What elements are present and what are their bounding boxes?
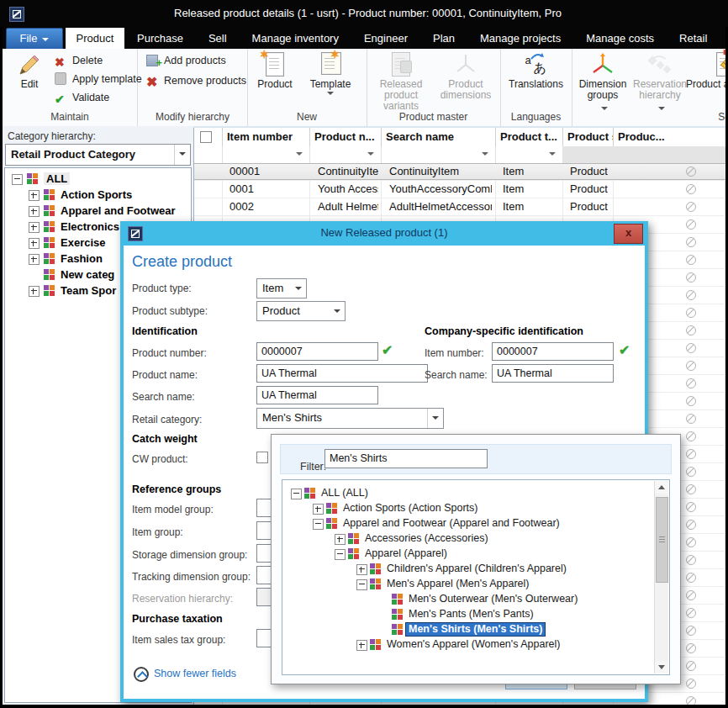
expand-box-icon[interactable] bbox=[356, 640, 367, 651]
category-hierarchy-select[interactable]: Retail Product Category bbox=[5, 144, 191, 166]
collapse-box-icon[interactable] bbox=[356, 579, 367, 590]
product-name-field[interactable]: UA Thermal bbox=[256, 364, 428, 383]
tab-manage-costs[interactable]: Manage costs bbox=[573, 28, 667, 49]
tree-item-action-sports[interactable]: Action Sports (Action Sports) bbox=[284, 501, 652, 516]
tab-sell[interactable]: Sell bbox=[196, 28, 240, 49]
delete-button[interactable]: ✖Delete bbox=[55, 52, 103, 69]
cw-product-checkbox[interactable] bbox=[256, 452, 268, 463]
tree-item-accessories[interactable]: Accessories (Accessories) bbox=[284, 531, 652, 547]
category-icon bbox=[370, 639, 381, 650]
cell-product-subtype: Product bbox=[570, 200, 608, 213]
grid-filter-row bbox=[194, 146, 725, 164]
filter-dropdown-icon[interactable] bbox=[367, 152, 374, 156]
tree-item-all[interactable]: ALL bbox=[5, 171, 191, 187]
filter-dropdown-icon[interactable] bbox=[296, 152, 303, 156]
tree-item-mens-shirts-selected[interactable]: Men's Shirts (Men's Shirts) bbox=[284, 622, 652, 637]
filter-input[interactable]: Men's Shirts bbox=[324, 449, 488, 468]
collapse-box-icon[interactable] bbox=[291, 489, 302, 499]
select-all-header[interactable] bbox=[194, 128, 223, 146]
header-item-number[interactable]: Item number bbox=[222, 128, 310, 146]
product-number-field[interactable]: 0000007 bbox=[256, 342, 378, 361]
chevron-down-icon[interactable] bbox=[174, 145, 190, 165]
not-available-icon bbox=[686, 255, 696, 265]
tree-item-womens-apparel[interactable]: Women's Apparel (Women's Apparel) bbox=[284, 637, 652, 653]
validate-button[interactable]: ✔Validate bbox=[55, 89, 109, 106]
product-subtype-select[interactable]: Product bbox=[256, 301, 346, 321]
application-window: Released product details (1 - usrt) - Pr… bbox=[0, 0, 728, 708]
tree-item-label: Electronics bbox=[61, 220, 119, 233]
new-template-button[interactable]: ✶ Template bbox=[303, 51, 358, 105]
tab-engineer[interactable]: Engineer bbox=[351, 28, 420, 49]
tree-item-apparel-and-footwear[interactable]: Apparel and Footwear bbox=[5, 203, 191, 219]
tree-item-mens-apparel[interactable]: Men's Apparel (Men's Apparel) bbox=[284, 577, 652, 592]
category-icon bbox=[392, 594, 403, 605]
translations-button[interactable]: a あ Translations bbox=[503, 51, 569, 105]
edit-button[interactable]: Edit bbox=[9, 51, 50, 105]
table-row[interactable]: 0002 Adult Helmet... AdultHelmetAccessor… bbox=[194, 198, 725, 216]
tree-item-all[interactable]: ALL (ALL) bbox=[284, 486, 652, 501]
header-product-subtype[interactable]: Product sub... bbox=[562, 128, 614, 146]
add-products-button[interactable]: Add products bbox=[146, 52, 226, 69]
expand-box-icon[interactable] bbox=[335, 534, 346, 545]
expand-box-icon[interactable] bbox=[356, 564, 367, 575]
close-button[interactable]: x bbox=[614, 224, 643, 244]
tab-retail[interactable]: Retail bbox=[667, 28, 720, 49]
filter-dropdown-icon[interactable] bbox=[482, 152, 488, 156]
delete-label: Delete bbox=[72, 55, 103, 66]
remove-products-button[interactable]: ✖Remove products bbox=[146, 72, 246, 89]
filter-product-name[interactable] bbox=[309, 146, 382, 163]
file-menu-button[interactable]: File bbox=[6, 28, 63, 50]
tab-general[interactable]: General bbox=[720, 28, 728, 49]
tab-manage-inventory[interactable]: Manage inventory bbox=[240, 28, 351, 49]
scroll-down-icon[interactable] bbox=[655, 661, 668, 674]
header-search-name[interactable]: Search name bbox=[381, 128, 496, 146]
filter-dropdown-icon[interactable] bbox=[549, 152, 556, 156]
tab-plan[interactable]: Plan bbox=[420, 28, 467, 49]
product-attributes-button[interactable]: ■ Product attributes bbox=[685, 51, 725, 105]
header-product-name[interactable]: Product n... bbox=[309, 128, 382, 146]
tree-item-mens-outerwear[interactable]: Men's Outerwear (Men's Outerwear) bbox=[284, 592, 652, 607]
cs-search-name-field[interactable]: UA Thermal bbox=[492, 364, 614, 383]
tree-item-childrens-apparel[interactable]: Children's Apparel (Children's Apparel) bbox=[284, 562, 652, 577]
tab-manage-projects[interactable]: Manage projects bbox=[467, 28, 573, 49]
dimension-groups-button[interactable]: Dimension groups bbox=[574, 51, 631, 105]
product-type-select[interactable]: Item bbox=[256, 278, 307, 299]
expand-box-icon[interactable] bbox=[29, 286, 40, 297]
item-number-field[interactable]: 0000007 bbox=[492, 342, 614, 361]
reservation-hierarchy-icon bbox=[647, 52, 673, 77]
filter-item-number[interactable] bbox=[222, 146, 310, 163]
header-product[interactable]: Produc... bbox=[613, 128, 725, 146]
expand-box-icon[interactable] bbox=[29, 206, 40, 217]
tree-item-apparel[interactable]: Apparel (Apparel) bbox=[284, 547, 652, 562]
new-product-button[interactable]: ✶ Product bbox=[251, 51, 298, 105]
select-all-checkbox[interactable] bbox=[200, 131, 212, 143]
app-icon[interactable] bbox=[9, 7, 24, 22]
tree-item-mens-pants[interactable]: Men's Pants (Men's Pants) bbox=[284, 607, 652, 622]
expand-box-icon[interactable] bbox=[313, 504, 324, 515]
expand-box-icon[interactable] bbox=[29, 222, 40, 233]
retail-category-select[interactable]: Men's Shirts bbox=[256, 408, 444, 429]
expand-box-icon[interactable] bbox=[29, 238, 40, 249]
table-row[interactable]: 0001 Youth Access... YouthAccessoryCombo… bbox=[194, 181, 725, 198]
scroll-up-icon[interactable] bbox=[655, 481, 668, 494]
tab-product[interactable]: Product bbox=[66, 28, 124, 49]
expand-box-icon[interactable] bbox=[29, 254, 40, 265]
tab-purchase[interactable]: Purchase bbox=[124, 28, 196, 49]
collapse-box-icon[interactable] bbox=[313, 519, 324, 530]
tree-item-action-sports[interactable]: Action Sports bbox=[5, 187, 191, 203]
tree-item-apparel-and-footwear[interactable]: Apparel and Footwear (Apparel and Footwe… bbox=[284, 516, 652, 531]
window-title: Released product details (1 - usrt) - Pr… bbox=[174, 0, 728, 27]
chevron-down-icon[interactable] bbox=[291, 279, 306, 298]
table-row[interactable]: 00001 ContinuityItem ContinuityItem Item… bbox=[194, 163, 725, 181]
filter-product-type[interactable] bbox=[495, 146, 563, 163]
chevron-down-icon[interactable] bbox=[330, 302, 345, 320]
filter-search-name[interactable] bbox=[381, 146, 496, 163]
scrollbar[interactable] bbox=[654, 481, 668, 674]
expand-box-icon[interactable] bbox=[29, 190, 40, 201]
header-product-type[interactable]: Product t... bbox=[495, 128, 563, 146]
collapse-box-icon[interactable] bbox=[12, 174, 23, 185]
search-name-field[interactable]: UA Thermal bbox=[256, 386, 378, 404]
collapse-box-icon[interactable] bbox=[335, 549, 346, 560]
chevron-down-icon[interactable] bbox=[427, 409, 443, 428]
scrollbar-thumb[interactable] bbox=[656, 497, 668, 583]
